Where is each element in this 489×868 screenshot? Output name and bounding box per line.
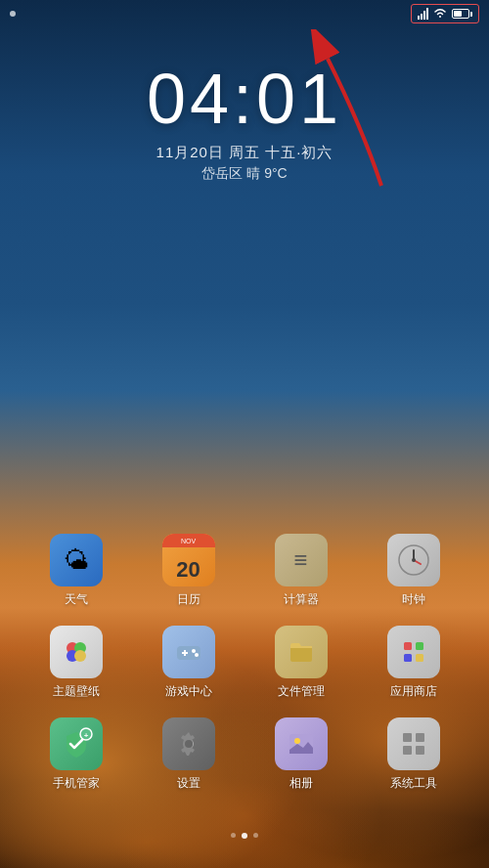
theme-icon (50, 626, 103, 678)
clock-time: 04:01 (0, 59, 489, 139)
calculator-icon: ≡ (275, 534, 328, 586)
status-icons (411, 4, 479, 23)
svg-rect-15 (404, 642, 412, 650)
status-bar (0, 0, 489, 27)
svg-point-24 (294, 738, 300, 744)
calculator-label: 计算器 (284, 591, 319, 608)
app-game[interactable]: 游戏中心 (150, 626, 228, 700)
app-row-3: + 手机管家 设置 相册 (20, 717, 469, 792)
app-grid: 🌤 天气 NOV 20 日历 ≡ 计算器 (0, 534, 489, 809)
app-clock[interactable]: 时钟 (375, 534, 453, 608)
battery-icon (452, 9, 472, 19)
status-left (10, 11, 16, 17)
svg-rect-27 (403, 746, 412, 755)
app-calculator[interactable]: ≡ 计算器 (262, 534, 340, 608)
clock-app-label: 时钟 (402, 591, 425, 608)
svg-rect-26 (416, 733, 424, 742)
app-security[interactable]: + 手机管家 (37, 717, 115, 792)
weather-icon: 🌤 (50, 534, 103, 586)
game-label: 游戏中心 (165, 683, 212, 700)
page-dot-2[interactable] (242, 833, 247, 839)
clock-date: 11月20日 周五 十五·初六 (0, 144, 489, 162)
theme-label: 主题壁纸 (53, 683, 100, 700)
app-store[interactable]: 应用商店 (375, 626, 453, 700)
store-icon (387, 626, 440, 678)
app-row-1: 🌤 天气 NOV 20 日历 ≡ 计算器 (20, 534, 469, 608)
signal-icon (418, 8, 428, 20)
svg-rect-25 (403, 733, 412, 742)
app-files[interactable]: 文件管理 (262, 626, 340, 700)
app-theme[interactable]: 主题壁纸 (37, 626, 115, 700)
app-calendar[interactable]: NOV 20 日历 (150, 534, 228, 608)
clock-weather: 岱岳区 晴 9°C (0, 165, 489, 183)
security-icon: + (50, 717, 103, 770)
settings-label: 设置 (177, 775, 200, 792)
tools-label: 系统工具 (390, 775, 437, 792)
page-dot-1[interactable] (231, 833, 236, 838)
notification-dot (10, 11, 16, 17)
app-weather[interactable]: 🌤 天气 (37, 534, 115, 608)
app-row-2: 主题壁纸 游戏中心 文件管理 (20, 626, 469, 700)
app-photos[interactable]: 相册 (262, 717, 340, 792)
store-label: 应用商店 (390, 683, 437, 700)
page-dot-3[interactable] (253, 833, 258, 838)
page-dots (0, 833, 489, 839)
svg-rect-14 (290, 646, 312, 662)
security-label: 手机管家 (53, 775, 100, 792)
svg-point-4 (412, 558, 416, 562)
clock-area: 04:01 11月20日 周五 十五·初六 岱岳区 晴 9°C (0, 59, 489, 183)
app-settings[interactable]: 设置 (150, 717, 228, 792)
calendar-label: 日历 (177, 591, 200, 608)
calendar-icon: NOV 20 (162, 534, 215, 586)
svg-text:+: + (83, 731, 88, 740)
clock-icon (387, 534, 440, 586)
svg-rect-18 (416, 654, 423, 662)
svg-point-8 (74, 650, 86, 662)
photos-label: 相册 (289, 775, 313, 792)
photos-icon (275, 717, 328, 770)
files-icon (275, 626, 328, 678)
settings-icon (162, 717, 215, 770)
files-label: 文件管理 (278, 683, 325, 700)
svg-rect-16 (416, 642, 423, 650)
svg-point-12 (192, 649, 196, 653)
svg-point-22 (185, 740, 193, 748)
svg-point-13 (195, 653, 199, 657)
weather-label: 天气 (65, 591, 88, 608)
game-icon (162, 626, 215, 678)
svg-rect-28 (416, 746, 424, 755)
svg-rect-9 (177, 646, 200, 660)
tools-icon (387, 717, 440, 770)
app-tools[interactable]: 系统工具 (375, 717, 453, 792)
wifi-icon (433, 7, 447, 21)
svg-rect-17 (404, 654, 412, 662)
